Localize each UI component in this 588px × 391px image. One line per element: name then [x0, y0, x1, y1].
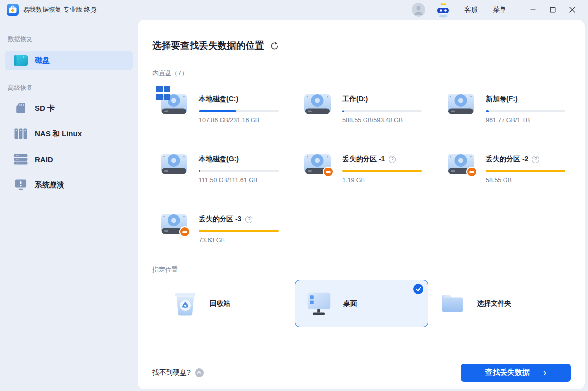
scan-button-label: 查找丢失数据: [485, 368, 530, 377]
location-card[interactable]: 选择文件夹: [428, 280, 562, 327]
specified-locations-label: 指定位置: [152, 266, 585, 273]
footer-bar: 找不到硬盘? 查找丢失数据 ›: [138, 356, 585, 389]
menu-button[interactable]: 菜单: [493, 5, 506, 14]
sidebar-item-label: 系统崩溃: [35, 180, 64, 190]
page-title: 选择要查找丢失数据的位置: [152, 40, 264, 51]
folder-icon: [440, 290, 465, 317]
sidebar-item-label: SD 卡: [35, 104, 55, 113]
drive-tile[interactable]: 工作(D:) 588.55 GB/593.48 GB: [296, 90, 439, 124]
capacity-bar: [199, 230, 279, 232]
hard-drive-icon: [447, 152, 475, 179]
drive-name: 丢失的分区 -2: [486, 155, 528, 164]
drive-size: 111.50 GB/111.61 GB: [199, 177, 279, 184]
capacity-bar: [342, 110, 422, 112]
raid-icon: [13, 153, 28, 165]
sidebar: 数据恢复 磁盘 高级恢复 SD 卡: [0, 20, 138, 391]
section-label-data-recovery: 数据恢复: [8, 35, 138, 44]
hard-drive-icon: [303, 152, 332, 179]
help-icon[interactable]: ?: [245, 216, 252, 223]
drive-grid: 本地磁盘(C:) 107.86 GB/231.16 GB 工作(D:): [152, 90, 585, 244]
maximize-button[interactable]: [545, 2, 560, 17]
drive-name: 丢失的分区 -3: [199, 215, 241, 223]
sidebar-item-disk[interactable]: 磁盘: [5, 51, 133, 70]
drive-tile[interactable]: 本地磁盘(C:) 107.86 GB/231.16 GB: [152, 90, 296, 124]
drive-tile[interactable]: 丢失的分区 -3 ? 73.63 GB: [152, 210, 296, 244]
section-label-advanced-recovery: 高级恢复: [8, 84, 138, 92]
avatar[interactable]: [412, 3, 425, 17]
system-crash-icon: [13, 179, 28, 191]
drive-tile[interactable]: 丢失的分区 -2 ? 58.55 GB: [439, 150, 583, 184]
location-card[interactable]: 回收站: [161, 280, 295, 327]
lost-partition-badge: [323, 167, 334, 177]
location-label: 回收站: [210, 299, 230, 308]
drive-size: 73.63 GB: [199, 237, 279, 244]
scan-button[interactable]: 查找丢失数据 ›: [461, 364, 571, 382]
chevron-up-icon[interactable]: [195, 368, 204, 377]
location-row: 回收站: [161, 280, 585, 327]
hard-drive-icon: [160, 92, 188, 119]
selected-check-icon: [413, 284, 423, 294]
help-icon[interactable]: ?: [532, 156, 539, 163]
titlebar: 易我数据恢复 专业版 终身 客服 菜单: [0, 0, 588, 20]
close-button[interactable]: [564, 2, 580, 17]
drive-name: 工作(D:): [342, 95, 368, 104]
drive-name: 本地磁盘(C:): [199, 95, 238, 104]
drive-size: 588.55 GB/593.48 GB: [342, 117, 422, 124]
hard-drive-icon: [160, 152, 188, 179]
drive-name: 本地磁盘(G:): [199, 155, 239, 164]
sidebar-item-raid[interactable]: RAID: [5, 149, 133, 169]
capacity-bar: [199, 110, 279, 112]
capacity-bar: [486, 110, 565, 112]
capacity-bar: [199, 170, 279, 172]
sd-card-icon: [13, 102, 28, 114]
desktop-icon: [306, 290, 332, 317]
location-label: 桌面: [343, 299, 357, 308]
sidebar-item-nas-linux[interactable]: NAS 和 Linux: [5, 124, 133, 143]
drive-size: 1.19 GB: [342, 177, 422, 184]
customer-service-button[interactable]: 客服: [464, 5, 478, 14]
assistant-robot-icon[interactable]: [434, 1, 452, 18]
drive-size: 961.77 GB/1 TB: [486, 117, 565, 124]
sidebar-item-system-crash[interactable]: 系统崩溃: [5, 175, 133, 195]
nas-icon: [13, 128, 28, 140]
lost-partition-badge: [466, 167, 477, 177]
hard-drive-icon: [160, 212, 188, 239]
recycle-bin-icon: [172, 290, 198, 317]
windows-logo-badge: [156, 86, 170, 100]
minimize-button[interactable]: [525, 2, 541, 17]
hard-drive-icon: [303, 92, 332, 119]
refresh-icon[interactable]: [270, 42, 279, 50]
drive-size: 107.86 GB/231.16 GB: [199, 117, 279, 124]
location-label: 选择文件夹: [477, 299, 511, 308]
internal-drives-label: 内置盘（7）: [152, 69, 585, 77]
sidebar-item-sd-card[interactable]: SD 卡: [5, 98, 133, 118]
drive-size: 58.55 GB: [486, 177, 565, 184]
app-title: 易我数据恢复 专业版 终身: [23, 5, 97, 14]
app-logo-icon: [7, 4, 19, 16]
main-panel: 选择要查找丢失数据的位置 内置盘（7） 本地磁盘: [138, 20, 585, 389]
drive-tile[interactable]: 丢失的分区 -1 ? 1.19 GB: [296, 150, 439, 184]
sidebar-item-label: 磁盘: [35, 56, 50, 65]
lost-partition-badge: [179, 226, 190, 237]
help-icon[interactable]: ?: [389, 156, 396, 163]
location-card[interactable]: 桌面: [295, 280, 428, 327]
drive-tile[interactable]: 本地磁盘(G:) 111.50 GB/111.61 GB: [152, 150, 296, 184]
drive-name: 新加卷(F:): [486, 95, 518, 104]
capacity-bar: [342, 170, 422, 172]
disk-icon: [13, 54, 28, 67]
cant-find-disk-link[interactable]: 找不到硬盘?: [152, 368, 191, 377]
capacity-bar: [486, 170, 565, 172]
drive-tile[interactable]: 新加卷(F:) 961.77 GB/1 TB: [439, 90, 583, 124]
arrow-right-icon: ›: [543, 367, 547, 377]
drive-name: 丢失的分区 -1: [342, 155, 385, 164]
sidebar-item-label: RAID: [35, 155, 53, 164]
sidebar-item-label: NAS 和 Linux: [35, 129, 82, 139]
hard-drive-icon: [447, 92, 475, 119]
